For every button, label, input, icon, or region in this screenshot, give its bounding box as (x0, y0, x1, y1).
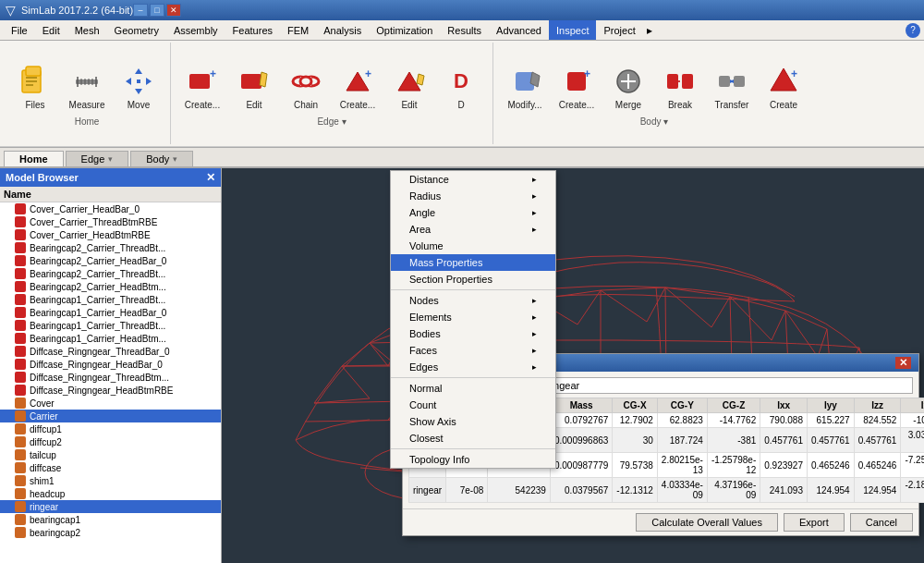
browser-item[interactable]: diffcup2 (0, 435, 221, 448)
move-icon (120, 63, 157, 100)
dropdown-section-properties[interactable]: Section Properties (391, 271, 555, 288)
browser-item[interactable]: bearingcap1 (0, 513, 221, 526)
tab-edge[interactable]: Edge ▾ (66, 151, 129, 166)
menu-assembly[interactable]: Assembly (166, 20, 225, 40)
maximize-button[interactable]: □ (150, 4, 164, 17)
browser-item[interactable]: ringear (0, 500, 221, 513)
toolbar-chain[interactable]: Chain (282, 60, 330, 113)
col-mass: Mass (550, 398, 612, 413)
toolbar-edit-edge[interactable]: Edit (230, 60, 278, 113)
browser-item[interactable]: diffcase (0, 461, 221, 474)
dropdown-radius[interactable]: Radius▸ (391, 188, 555, 204)
measure-label: Measure (69, 100, 105, 110)
toolbar-create-body2[interactable]: + Create (760, 60, 808, 113)
svg-rect-5 (76, 80, 98, 84)
item-icon (15, 527, 26, 538)
dropdown-bodies[interactable]: Bodies▸ (391, 325, 555, 342)
menu-optimization[interactable]: Optimization (369, 20, 440, 40)
dropdown-elements[interactable]: Elements▸ (391, 309, 555, 325)
dropdown-topology-info[interactable]: Topology Info (391, 451, 555, 468)
browser-item[interactable]: Diffcase_Ringngear_ThreadBar_0 (0, 345, 221, 358)
browser-item[interactable]: Diffcase_Ringngear_ThreadBtm... (0, 371, 221, 384)
browser-item[interactable]: Bearingcap2_Carrier_HeadBar_0 (0, 254, 221, 267)
menu-more[interactable]: ▸ (647, 24, 652, 37)
toolbar-break[interactable]: Break (656, 60, 704, 113)
browser-item[interactable]: Cover_Carrier_HeadBar_0 (0, 202, 221, 215)
browser-item[interactable]: Carrier (0, 410, 221, 422)
tab-home[interactable]: Home (4, 151, 64, 166)
menu-edit[interactable]: Edit (35, 20, 67, 40)
files-label: Files (25, 100, 44, 110)
cancel-button[interactable]: Cancel (850, 513, 913, 532)
browser-item[interactable]: Bearingcap1_Carrier_HeadBtm... (0, 332, 221, 345)
svg-text:+: + (365, 67, 371, 80)
toolbar-transfer[interactable]: Transfer (708, 60, 756, 113)
dropdown-count[interactable]: Count (391, 397, 555, 413)
toolbar-create-edge[interactable]: + Create... (178, 60, 226, 113)
toolbar-modify[interactable]: Modify... (501, 60, 549, 113)
menu-advanced[interactable]: Advanced (489, 20, 549, 40)
menu-file[interactable]: File (4, 20, 35, 40)
dropdown-closest[interactable]: Closest (391, 430, 555, 447)
help-button[interactable]: ? (906, 23, 920, 38)
browser-item[interactable]: Cover_Carrier_HeadBtmRBE (0, 228, 221, 241)
item-icon (15, 501, 26, 512)
menu-project[interactable]: Project (596, 20, 642, 40)
toolbar-edit-edge2[interactable]: Edit (385, 60, 433, 113)
browser-item[interactable]: headcup (0, 487, 221, 500)
viewport[interactable]: Distance▸ Radius▸ Angle▸ Area▸ Volume Ma… (222, 168, 924, 563)
browser-item[interactable]: Bearingcap2_Carrier_HeadBtm... (0, 280, 221, 293)
menu-fem[interactable]: FEM (280, 20, 316, 40)
browser-item[interactable]: Bearingcap1_Carrier_ThreadBt... (0, 293, 221, 306)
toolbar-measure[interactable]: Measure (63, 60, 111, 113)
browser-item[interactable]: Diffcase_Ringngear_HeadBtmRBE (0, 384, 221, 397)
menu-geometry[interactable]: Geometry (107, 20, 166, 40)
minimize-button[interactable]: – (133, 4, 148, 17)
item-label: Cover_Carrier_ThreadBtmRBE (30, 217, 157, 227)
toolbar-move[interactable]: Move (115, 60, 163, 113)
col-izz: Izz (854, 398, 901, 413)
dialog-close-button[interactable]: ✕ (895, 357, 911, 369)
browser-item[interactable]: Cover (0, 397, 221, 410)
model-browser-close[interactable]: ✕ (206, 171, 215, 184)
browser-item[interactable]: Cover_Carrier_ThreadBtmRBE (0, 215, 221, 228)
browser-item[interactable]: Bearingcap1_Carrier_HeadBar_0 (0, 306, 221, 319)
toolbar-d[interactable]: D D (437, 60, 485, 113)
item-icon (15, 268, 26, 279)
menu-analysis[interactable]: Analysis (316, 20, 369, 40)
browser-item[interactable]: Diffcase_Ringngear_HeadBar_0 (0, 358, 221, 371)
calculate-overall-button[interactable]: Calculate Overall Values (636, 513, 778, 532)
dropdown-normal[interactable]: Normal (391, 380, 555, 397)
close-button[interactable]: ✕ (166, 4, 181, 17)
dropdown-volume[interactable]: Volume (391, 238, 555, 254)
dropdown-nodes[interactable]: Nodes▸ (391, 292, 555, 309)
menu-inspect[interactable]: Inspect (549, 20, 596, 40)
table-cell: -103.975 (901, 413, 924, 428)
dropdown-show-axis[interactable]: Show Axis (391, 413, 555, 430)
browser-item[interactable]: shim1 (0, 474, 221, 487)
dropdown-faces[interactable]: Faces▸ (391, 342, 555, 359)
dropdown-edges[interactable]: Edges▸ (391, 359, 555, 375)
toolbar-create-body[interactable]: + Create... (553, 60, 601, 113)
dropdown-angle[interactable]: Angle▸ (391, 204, 555, 221)
menu-results[interactable]: Results (440, 20, 489, 40)
toolbar-create-edge2[interactable]: + Create... (334, 60, 382, 113)
dropdown-mass-properties[interactable]: Mass Properties (391, 254, 555, 271)
menu-features[interactable]: Features (225, 20, 280, 40)
dropdown-area[interactable]: Area▸ (391, 221, 555, 238)
export-button[interactable]: Export (784, 513, 845, 532)
tab-body[interactable]: Body ▾ (130, 151, 193, 166)
browser-item[interactable]: bearingcap2 (0, 526, 221, 539)
browser-item[interactable]: tailcup (0, 448, 221, 461)
toolbar-merge[interactable]: Merge (604, 60, 652, 113)
browser-item[interactable]: Bearingcap2_Carrier_ThreadBt... (0, 267, 221, 280)
browser-item[interactable]: diffcup1 (0, 422, 221, 435)
dropdown-distance[interactable]: Distance▸ (391, 171, 555, 188)
tab-body-arrow: ▾ (173, 154, 177, 164)
break-label: Break (668, 100, 692, 110)
browser-item[interactable]: Bearingcap1_Carrier_ThreadBt... (0, 319, 221, 332)
browser-item[interactable]: Bearingcap2_Carrier_ThreadBt... (0, 241, 221, 254)
menu-mesh[interactable]: Mesh (67, 20, 107, 40)
browser-list[interactable]: Cover_Carrier_HeadBar_0Cover_Carrier_Thr… (0, 202, 221, 563)
toolbar-files[interactable]: Files (11, 60, 59, 113)
